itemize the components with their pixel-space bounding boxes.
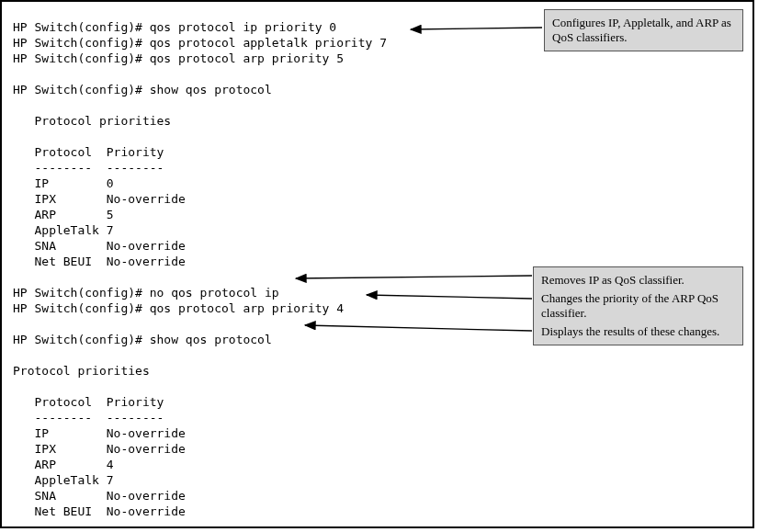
callout-bottom-line2: Changes the priority of the ARP QoS clas…: [541, 291, 735, 321]
callout-bottom-line3: Displays the results of these changes.: [541, 324, 735, 339]
callout-top-text: Configures IP, Appletalk, and ARP as QoS…: [552, 16, 731, 44]
svg-line-0: [411, 28, 542, 29]
svg-line-2: [367, 295, 532, 299]
callout-bottom: Removes IP as QoS classifier. Changes th…: [533, 266, 743, 345]
callout-top: Configures IP, Appletalk, and ARP as QoS…: [544, 9, 743, 51]
callout-bottom-line1: Removes IP as QoS classifier.: [541, 273, 735, 288]
diagram-frame: HP Switch(config)# qos protocol ip prior…: [0, 0, 754, 528]
terminal-output: HP Switch(config)# qos protocol ip prior…: [13, 19, 387, 519]
